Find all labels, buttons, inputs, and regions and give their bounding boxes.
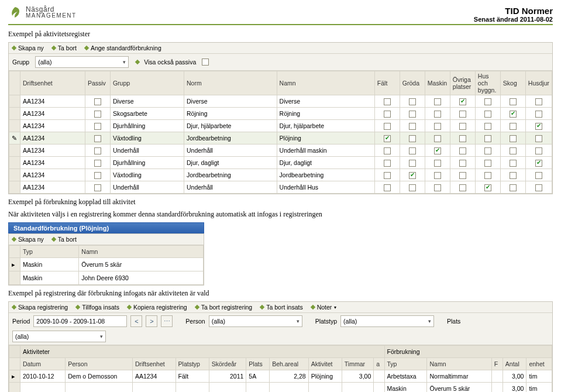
- passive-checkbox[interactable]: [94, 172, 101, 179]
- add-input-button[interactable]: Tillfoga insats: [76, 304, 119, 311]
- flag-checkbox[interactable]: [409, 172, 416, 179]
- col-header[interactable]: enhet: [526, 358, 552, 370]
- col-header[interactable]: F: [491, 358, 503, 370]
- flag-checkbox[interactable]: [459, 160, 466, 167]
- passive-checkbox[interactable]: [94, 147, 101, 154]
- flag-checkbox[interactable]: [384, 184, 391, 191]
- table-row[interactable]: ✎AA1234VäxtodlingJordbearbetningPlöjning: [9, 132, 552, 145]
- flag-checkbox[interactable]: [484, 184, 491, 191]
- table-row[interactable]: AA1234SkogsarbeteRöjningRöjning: [9, 108, 552, 120]
- table-row[interactable]: AA1234UnderhållUnderhållUnderhåll Hus: [9, 181, 552, 194]
- col-header[interactable]: Hus och byggn.: [475, 71, 500, 95]
- table-row[interactable]: AA1234UnderhållUnderhållUnderhåll maskin: [9, 145, 552, 157]
- platstyp-select[interactable]: (alla)▾: [340, 315, 434, 327]
- person-select[interactable]: (alla)▾: [209, 315, 302, 327]
- passive-checkbox[interactable]: [94, 111, 101, 118]
- flag-checkbox[interactable]: [409, 147, 416, 154]
- flag-checkbox[interactable]: [409, 135, 416, 142]
- flag-checkbox[interactable]: [434, 111, 441, 118]
- col-header[interactable]: Passiv: [85, 71, 110, 95]
- del-reg-button[interactable]: Ta bort registrering: [195, 304, 253, 311]
- flag-checkbox[interactable]: [459, 123, 466, 130]
- flag-checkbox[interactable]: [484, 172, 491, 179]
- passive-checkbox[interactable]: [94, 184, 101, 191]
- flag-checkbox[interactable]: [535, 111, 542, 118]
- flag-checkbox[interactable]: [510, 123, 517, 130]
- flag-checkbox[interactable]: [434, 160, 441, 167]
- col-header[interactable]: Namn: [277, 71, 374, 95]
- col-header[interactable]: Driftsenhet: [20, 71, 85, 95]
- flag-checkbox[interactable]: [384, 135, 391, 142]
- flag-checkbox[interactable]: [384, 147, 391, 154]
- del-input-button[interactable]: Ta bort insats: [260, 304, 302, 311]
- col-header[interactable]: Timmar: [342, 358, 373, 370]
- flag-checkbox[interactable]: [510, 172, 517, 179]
- flag-checkbox[interactable]: [510, 98, 517, 105]
- passive-checkbox[interactable]: [94, 98, 101, 105]
- flag-checkbox[interactable]: [459, 98, 466, 105]
- flag-checkbox[interactable]: [535, 160, 542, 167]
- col-header[interactable]: Aktivitet: [308, 358, 342, 370]
- col-header[interactable]: Fält: [374, 71, 400, 95]
- period-ellipsis-button[interactable]: ⋯: [161, 315, 173, 327]
- col-header[interactable]: Namn: [79, 246, 204, 258]
- col-header[interactable]: Driftsenhet: [132, 358, 175, 370]
- col-header[interactable]: Datum: [20, 358, 66, 370]
- col-header[interactable]: Typ: [384, 358, 427, 370]
- flag-checkbox[interactable]: [535, 123, 542, 130]
- flag-checkbox[interactable]: [409, 160, 416, 167]
- col-header[interactable]: Platstyp: [175, 358, 209, 370]
- col-header[interactable]: Skördeår: [209, 358, 246, 370]
- flag-checkbox[interactable]: [409, 98, 416, 105]
- show-passive-checkbox[interactable]: [202, 59, 209, 66]
- flag-checkbox[interactable]: [434, 147, 441, 154]
- flag-checkbox[interactable]: [484, 123, 491, 130]
- passive-checkbox[interactable]: [94, 160, 101, 167]
- create-new-button[interactable]: Skapa ny: [12, 236, 44, 243]
- flag-checkbox[interactable]: [459, 184, 466, 191]
- table-row[interactable]: MaskinJohn Deere 6930: [9, 271, 204, 285]
- flag-checkbox[interactable]: [384, 160, 391, 167]
- col-header[interactable]: Typ: [20, 246, 79, 258]
- passive-checkbox[interactable]: [94, 123, 101, 130]
- col-header[interactable]: Grupp: [110, 71, 184, 95]
- flag-checkbox[interactable]: [510, 111, 517, 118]
- flag-checkbox[interactable]: [484, 147, 491, 154]
- col-header[interactable]: Husdjur: [525, 71, 552, 95]
- flag-checkbox[interactable]: [384, 98, 391, 105]
- flag-checkbox[interactable]: [510, 147, 517, 154]
- flag-checkbox[interactable]: [484, 160, 491, 167]
- table-row[interactable]: AA1234VäxtodlingJordbearbetningJordbearb…: [9, 169, 552, 181]
- table-row[interactable]: ▸MaskinÖverum 5 skär: [9, 258, 204, 271]
- flag-checkbox[interactable]: [434, 184, 441, 191]
- col-header[interactable]: Beh.areal: [270, 358, 308, 370]
- flag-checkbox[interactable]: [409, 123, 416, 130]
- flag-checkbox[interactable]: [434, 123, 441, 130]
- flag-checkbox[interactable]: [384, 123, 391, 130]
- create-reg-button[interactable]: Skapa registrering: [12, 304, 68, 311]
- col-header[interactable]: a: [374, 358, 384, 370]
- flag-checkbox[interactable]: [510, 184, 517, 191]
- period-input[interactable]: 2009-10-09 - 2009-11-08: [33, 315, 127, 327]
- flag-checkbox[interactable]: [459, 172, 466, 179]
- flag-checkbox[interactable]: [434, 98, 441, 105]
- col-header[interactable]: Norm: [184, 71, 277, 95]
- delete-button[interactable]: Ta bort: [52, 236, 77, 243]
- table-row[interactable]: AA1234DiverseDiverseDiverse: [9, 95, 552, 108]
- flag-checkbox[interactable]: [434, 135, 441, 142]
- flag-checkbox[interactable]: [384, 172, 391, 179]
- delete-button[interactable]: Ta bort: [52, 44, 77, 51]
- flag-checkbox[interactable]: [535, 172, 542, 179]
- flag-checkbox[interactable]: [535, 147, 542, 154]
- col-header[interactable]: Plats: [246, 358, 270, 370]
- flag-checkbox[interactable]: [384, 111, 391, 118]
- plats-select[interactable]: (alla)▾: [12, 331, 106, 342]
- flag-checkbox[interactable]: [459, 135, 466, 142]
- set-standard-button[interactable]: Ange standardförbrukning: [85, 44, 161, 51]
- flag-checkbox[interactable]: [409, 184, 416, 191]
- flag-checkbox[interactable]: [434, 172, 441, 179]
- flag-checkbox[interactable]: [535, 184, 542, 191]
- col-header[interactable]: Namn: [427, 358, 491, 370]
- create-new-button[interactable]: Skapa ny: [12, 44, 44, 51]
- table-row[interactable]: AA1234DjurhållningDjur, dagligtDjur, dag…: [9, 157, 552, 169]
